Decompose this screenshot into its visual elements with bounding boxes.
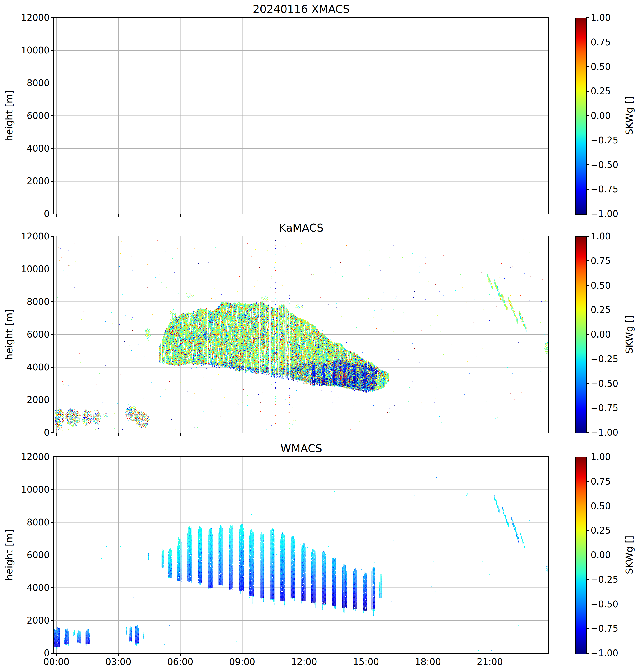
x-tick [242, 653, 242, 656]
colorbar-tick [586, 309, 589, 310]
y-tick [51, 367, 54, 368]
colorbar-tick [586, 140, 589, 140]
x-tick [118, 433, 119, 436]
plot-area-kamacs [53, 236, 549, 433]
x-tick [180, 653, 181, 656]
x-tick [490, 433, 490, 436]
heatmap-canvas-xmacs [54, 18, 549, 214]
colorbar-tick [586, 383, 589, 384]
y-tick-label: 4000 [0, 144, 50, 153]
colorbar-tick [586, 358, 589, 359]
colorbar-xmacs [575, 18, 587, 215]
y-tick-label: 0 [0, 648, 50, 658]
x-tick [304, 653, 304, 656]
colorbar-tick [586, 432, 589, 433]
colorbar-tick-label: −1.00 [591, 648, 631, 658]
colorbar-tick [586, 285, 589, 286]
colorbar-tick [586, 506, 589, 506]
colorbar-wmacs [575, 457, 587, 654]
y-tick-label: 8000 [0, 297, 50, 306]
colorbar-tick-label: −0.50 [591, 599, 631, 609]
heatmap-canvas-kamacs [54, 236, 549, 433]
x-tick [427, 653, 428, 656]
x-tick [427, 214, 428, 217]
colorbar-tick [586, 408, 589, 408]
y-tick-label: 10000 [0, 485, 50, 494]
x-tick-label: 18:00 [407, 657, 448, 667]
colorbar-tick [586, 189, 589, 190]
x-tick [304, 214, 304, 217]
colorbar-tick [586, 214, 589, 214]
colorbar-tick-label: −0.25 [591, 354, 631, 364]
y-tick [51, 432, 54, 433]
y-tick [51, 181, 54, 182]
x-tick-label: 15:00 [346, 657, 386, 667]
x-tick [366, 653, 366, 656]
colorbar-tick-label: −0.75 [591, 184, 631, 194]
plot-area-wmacs [53, 456, 549, 654]
x-tick [490, 214, 490, 217]
colorbar-tick [586, 457, 589, 457]
colorbar-tick-label: 0.25 [591, 86, 631, 96]
colorbar-tick-label: −1.00 [591, 428, 631, 437]
y-tick [51, 214, 54, 214]
y-tick [51, 236, 54, 237]
y-tick-label: 8000 [0, 78, 50, 88]
y-tick [51, 116, 54, 116]
y-tick [51, 457, 54, 457]
colorbar-tick [586, 628, 589, 629]
colorbar-tick-label: 1.00 [591, 13, 631, 22]
y-tick-label: 4000 [0, 583, 50, 592]
y-tick [51, 334, 54, 335]
y-tick-label: 0 [0, 428, 50, 437]
y-tick [51, 489, 54, 490]
colorbar-kamacs [575, 236, 587, 433]
x-tick [366, 214, 366, 217]
x-tick [180, 433, 181, 436]
y-tick [51, 620, 54, 621]
y-tick-label: 4000 [0, 363, 50, 372]
colorbar-tick [586, 42, 589, 43]
y-tick [51, 83, 54, 83]
y-tick-label: 0 [0, 209, 50, 219]
colorbar-tick [586, 555, 589, 555]
y-tick [51, 653, 54, 654]
x-tick-label: 12:00 [284, 657, 324, 667]
y-tick-label: 6000 [0, 550, 50, 560]
figure: 20240116 XMACS height [m] SKWg [] 020004… [0, 0, 638, 672]
y-tick-label: 10000 [0, 264, 50, 274]
x-tick [242, 214, 242, 217]
colorbar-tick [586, 66, 589, 67]
y-tick [51, 522, 54, 523]
x-tick [490, 653, 490, 656]
colorbar-tick [586, 164, 589, 165]
x-tick [118, 214, 119, 217]
panel-wmacs: WMACS height [m] SKWg [] 020004000600080… [0, 457, 638, 653]
y-tick [51, 302, 54, 302]
y-tick [51, 269, 54, 269]
colorbar-tick-label: 1.00 [591, 452, 631, 461]
colorbar-tick-label: 0.00 [591, 111, 631, 120]
colorbar-tick [586, 91, 589, 91]
x-tick [56, 433, 57, 436]
x-tick [427, 433, 428, 436]
y-tick-label: 12000 [0, 13, 50, 22]
y-tick-label: 2000 [0, 177, 50, 186]
x-tick-label: 21:00 [470, 657, 510, 667]
colorbar-tick-label: −0.25 [591, 136, 631, 145]
x-tick [118, 653, 119, 656]
colorbar-tick-label: −0.50 [591, 379, 631, 388]
colorbar-tick [586, 530, 589, 531]
y-tick [51, 148, 54, 149]
colorbar-tick-label: 0.50 [591, 281, 631, 290]
plot-area-xmacs [53, 17, 549, 215]
x-tick-label: 03:00 [98, 657, 139, 667]
colorbar-tick-label: 0.00 [591, 330, 631, 339]
x-tick-label: 00:00 [36, 657, 77, 667]
heatmap-canvas-wmacs [54, 457, 549, 653]
y-tick-label: 10000 [0, 46, 50, 55]
x-tick-label: 09:00 [222, 657, 263, 667]
y-tick-label: 12000 [0, 232, 50, 241]
x-tick [56, 653, 57, 656]
colorbar-tick-label: 0.25 [591, 526, 631, 535]
